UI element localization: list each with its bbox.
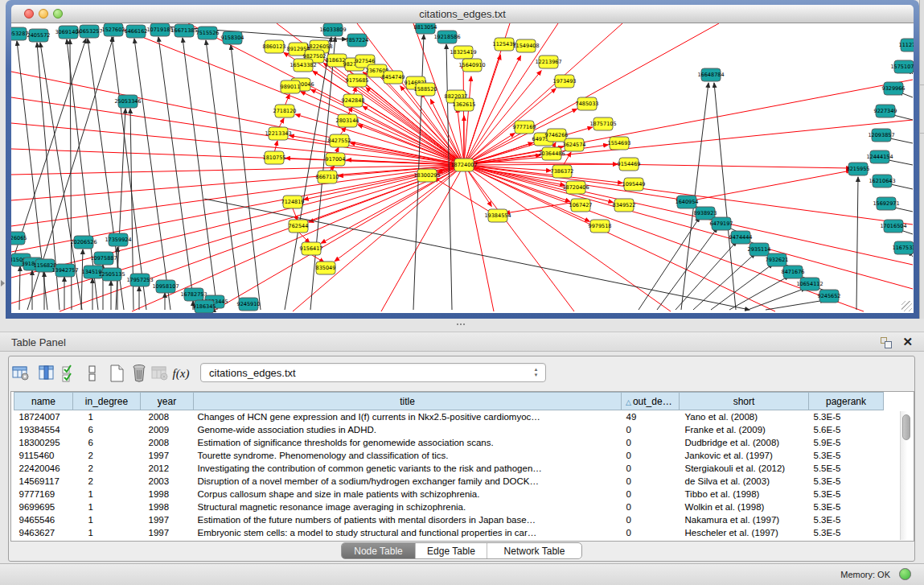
graph-node[interactable]: 8454749 [382, 71, 405, 84]
cell-in-degree[interactable]: 2 [73, 475, 141, 488]
delete-column-button[interactable] [129, 363, 149, 384]
cell-name[interactable]: 9465546 [14, 513, 73, 526]
graph-node[interactable]: 917004 [326, 153, 346, 166]
graph-edge[interactable] [464, 165, 613, 203]
graph-node[interactable]: 9979518 [589, 220, 612, 233]
graph-edge[interactable] [204, 199, 749, 310]
graph-edge[interactable] [293, 165, 464, 311]
cell-title[interactable]: Tourette syndrome. Phenomenology and cla… [194, 449, 622, 462]
memory-status-indicator[interactable] [899, 568, 911, 580]
cell-year[interactable]: 2008 [141, 436, 194, 449]
cell-in-degree[interactable]: 1 [73, 513, 141, 526]
graph-node[interactable]: 15751074 [890, 60, 914, 73]
graph-node[interactable]: 12444154 [866, 150, 893, 163]
cell-year[interactable]: 1998 [141, 501, 194, 513]
graph-edge[interactable] [766, 300, 825, 310]
graph-node[interactable]: 9245652 [818, 290, 841, 303]
graph-node[interactable]: 11549408 [512, 39, 539, 52]
network-view-window[interactable]: citations_edges.txt 10532872405572306914… [6, 0, 919, 319]
cell-short[interactable]: Stergiakouli et al. (2012) [680, 462, 809, 475]
cell-pagerank[interactable]: 5.9E-5 [809, 436, 884, 449]
cell-pagerank[interactable]: 5.3E-5 [809, 449, 884, 462]
graph-node[interactable]: 1362615 [453, 98, 476, 111]
cell-in-degree[interactable]: 1 [73, 488, 141, 501]
graph-node[interactable]: 2526065 [11, 232, 27, 245]
cell-out-degree[interactable]: 0 [622, 513, 680, 526]
table-row[interactable]: 1830029562008Estimation of significance … [14, 436, 884, 449]
graph-node[interactable]: 18720406 [562, 181, 589, 194]
column-header-year[interactable]: year [141, 393, 194, 410]
graph-node[interactable]: 8215955 [847, 163, 870, 175]
table-row[interactable]: 911546021997Tourette syndrome. Phenomeno… [14, 449, 884, 462]
graph-edge[interactable] [11, 165, 464, 278]
cell-name[interactable]: 9777169 [14, 488, 73, 501]
graph-node[interactable]: 15640910 [458, 59, 485, 72]
cell-name[interactable]: 9115460 [14, 449, 73, 462]
column-header-name[interactable]: name [14, 393, 73, 410]
graph-edge[interactable] [183, 38, 217, 310]
graph-edge[interactable] [692, 171, 851, 200]
cell-title[interactable]: Genome-wide association studies in ADHD. [194, 423, 622, 436]
cell-title[interactable]: Embryonic stem cells: a model to study s… [194, 526, 622, 539]
graph-edge[interactable] [321, 165, 464, 243]
graph-node[interactable]: 18300295 [413, 169, 440, 182]
graph-edge[interactable] [464, 76, 471, 165]
graph-edge[interactable] [464, 71, 541, 165]
graph-edge[interactable] [19, 266, 20, 310]
graph-node[interactable]: 16543382 [290, 59, 316, 72]
cell-short[interactable]: Dudbridge et al. (2008) [680, 436, 809, 449]
cell-short[interactable]: Franke et al. (2009) [680, 423, 809, 436]
cell-title[interactable]: Corpus callosum shape and size in male p… [194, 488, 622, 501]
graph-node[interactable]: 8427552 [328, 134, 351, 147]
cell-short[interactable]: Jankovic et al. (1997) [680, 449, 809, 462]
citation-network-graph[interactable]: 1053287240557230691406106532571527602646… [11, 23, 914, 313]
table-row[interactable]: 969969511998Structural magnetic resonanc… [14, 501, 884, 513]
graph-node[interactable]: 18325419 [450, 46, 476, 59]
graph-node[interactable]: 25053346 [114, 95, 141, 108]
graph-node[interactable]: 8349522 [613, 199, 636, 212]
cell-year[interactable]: 1997 [141, 449, 194, 462]
column-header-out-degree[interactable]: △out_de… [622, 393, 680, 410]
cell-in-degree[interactable]: 6 [73, 436, 141, 449]
graph-node[interactable]: 6466162 [125, 25, 148, 38]
graph-node[interactable]: 9474444 [729, 231, 753, 244]
cell-year[interactable]: 1998 [141, 488, 194, 501]
cell-year[interactable]: 2003 [141, 475, 194, 488]
cell-short[interactable]: Nakamura et al. (1997) [680, 513, 809, 526]
network-canvas[interactable]: 1053287240557230691406106532571527602646… [11, 23, 914, 313]
tab-network-table[interactable]: Network Table [487, 543, 581, 558]
cell-year[interactable]: 2012 [141, 462, 194, 475]
graph-node[interactable]: 9329966 [882, 82, 906, 95]
graph-node[interactable]: 835049 [316, 262, 336, 274]
cell-name[interactable]: 18724007 [14, 410, 73, 424]
graph-node[interactable]: 10654112 [796, 278, 823, 290]
graph-node[interactable]: 19218586 [433, 31, 460, 43]
graph-node[interactable]: 762544 [289, 220, 309, 233]
graph-edge[interactable] [206, 40, 240, 310]
graph-node[interactable]: 9158304 [221, 31, 244, 44]
cell-pagerank[interactable]: 5.3E-5 [809, 501, 884, 513]
splitpane-collapse-arrow-icon[interactable] [1, 280, 5, 286]
cell-in-degree[interactable]: 2 [73, 449, 141, 462]
cell-short[interactable]: Yano et al. (2008) [680, 410, 809, 424]
cell-name[interactable]: 19384554 [14, 423, 73, 436]
row-height-button[interactable] [83, 363, 102, 384]
graph-node[interactable]: 7124819 [281, 196, 305, 208]
graph-node[interactable]: 1112753 [899, 39, 914, 51]
cell-out-degree[interactable]: 0 [622, 436, 680, 449]
graph-edge[interactable] [693, 253, 755, 310]
select-all-columns-button[interactable] [60, 363, 80, 384]
graph-node[interactable]: 9227349 [874, 105, 897, 117]
cell-title[interactable]: Disruption of a novel member of a sodium… [194, 475, 622, 488]
graph-node[interactable]: 9156417 [300, 242, 323, 255]
cell-year[interactable]: 2008 [141, 410, 194, 424]
graph-node[interactable]: 8813054 [414, 23, 437, 34]
graph-node[interactable]: 6479197 [710, 217, 733, 230]
graph-node[interactable]: 2718120 [273, 105, 297, 117]
graph-node[interactable]: 19384554 [484, 209, 511, 222]
graph-node[interactable]: 1067427 [569, 199, 593, 212]
cell-in-degree[interactable]: 1 [73, 410, 141, 424]
cell-name[interactable]: 9699695 [14, 501, 73, 513]
cell-title[interactable]: Investigating the contribution of common… [194, 462, 622, 475]
cell-pagerank[interactable]: 5.3E-5 [809, 526, 884, 539]
